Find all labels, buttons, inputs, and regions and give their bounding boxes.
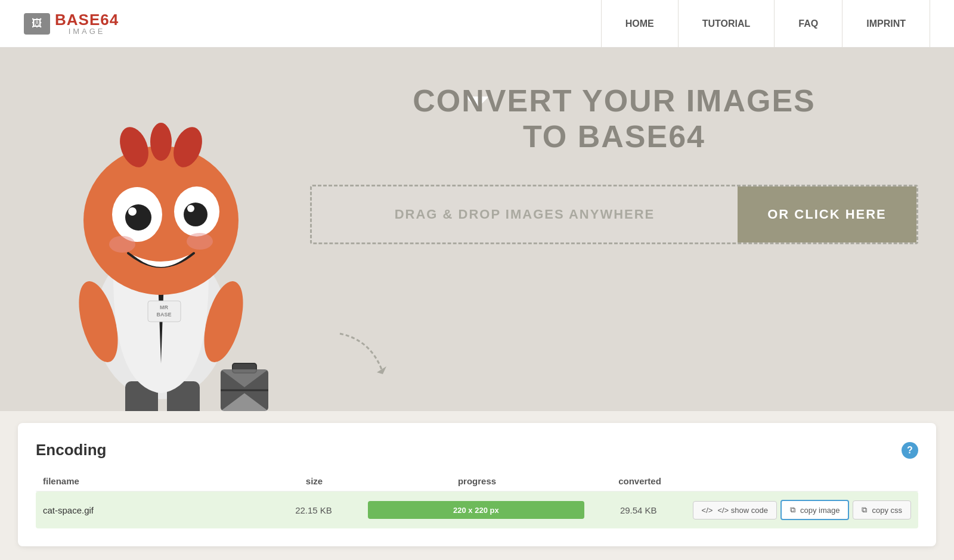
logo-64-text: 64 [100, 11, 119, 29]
table-header: filename size progress converted [36, 471, 918, 491]
svg-point-13 [128, 207, 137, 216]
nav-imprint[interactable]: IMPRINT [842, 0, 930, 48]
progress-bar: 220 x 220 px [368, 501, 584, 519]
show-code-button[interactable]: </> </> show code [693, 501, 777, 519]
svg-text:BASE: BASE [156, 312, 171, 318]
copy-css-button[interactable]: ⧉ copy css [853, 500, 911, 519]
main-nav: HOME TUTORIAL FAQ IMPRINT [601, 0, 930, 48]
mascot-svg: MR BASE [36, 89, 286, 411]
svg-point-12 [184, 203, 207, 226]
hero-title-line1: CONVERT YOUR IMAGES [310, 83, 918, 119]
nav-home[interactable]: HOME [601, 0, 678, 48]
show-code-label: </> show code [717, 506, 768, 515]
logo: 🖼 BASE64 IMAGE [24, 12, 119, 35]
upload-zone[interactable]: DRAG & DROP IMAGES ANYWHERE OR CLICK HER… [310, 185, 918, 244]
nav-tutorial[interactable]: TUTORIAL [678, 0, 775, 48]
copy-css-icon: ⧉ [862, 505, 867, 515]
col-actions [694, 476, 911, 486]
logo-base64-text: BASE64 [55, 12, 119, 27]
encoding-title: Encoding [36, 441, 106, 459]
col-filename: filename [43, 476, 260, 486]
encoding-header: Encoding ? [36, 441, 918, 459]
encoding-section: Encoding ? filename size progress conver… [18, 423, 936, 546]
col-progress: progress [368, 476, 586, 486]
click-here-button[interactable]: OR CLICK HERE [738, 186, 916, 242]
col-size: size [260, 476, 368, 486]
svg-point-19 [187, 233, 213, 250]
encoding-table: filename size progress converted cat-spa… [36, 471, 918, 528]
hero-section: MR BASE CONVERT YOUR IMAGES TO BASE64 DR… [0, 48, 954, 411]
arrow-decoration [334, 328, 394, 375]
header: 🖼 BASE64 IMAGE HOME TUTORIAL FAQ IMPRINT [0, 0, 954, 48]
nav-faq[interactable]: FAQ [774, 0, 842, 48]
table-row: cat-space.gif 22.15 KB 220 x 220 px 29.5… [36, 491, 918, 528]
code-icon: </> [702, 506, 713, 515]
logo-subtitle: IMAGE [55, 27, 119, 35]
help-icon[interactable]: ? [902, 442, 918, 459]
hero-content: CONVERT YOUR IMAGES TO BASE64 DRAG & DRO… [310, 83, 918, 244]
hero-title: CONVERT YOUR IMAGES TO BASE64 [310, 83, 918, 155]
svg-point-18 [109, 236, 135, 253]
svg-point-16 [150, 123, 172, 161]
copy-css-label: copy css [872, 506, 902, 515]
logo-text: BASE64 IMAGE [55, 12, 119, 35]
copy-image-icon: ⧉ [790, 505, 795, 515]
file-converted: 29.54 KB [584, 505, 693, 515]
col-converted: converted [586, 476, 694, 486]
file-size: 22.15 KB [259, 505, 368, 515]
logo-icon: 🖼 [24, 13, 50, 35]
file-progress: 220 x 220 px [368, 501, 584, 519]
svg-text:MR: MR [160, 304, 168, 310]
svg-point-14 [187, 205, 194, 212]
mascot-container: MR BASE [36, 89, 286, 411]
logo-base-text: BASE [55, 11, 100, 29]
file-actions: </> </> show code ⧉ copy image ⧉ copy cs… [693, 500, 911, 520]
copy-image-label: copy image [800, 506, 840, 515]
copy-image-button[interactable]: ⧉ copy image [780, 500, 849, 520]
svg-point-11 [125, 204, 151, 231]
drag-drop-label: DRAG & DROP IMAGES ANYWHERE [312, 186, 738, 242]
hero-title-line2: TO BASE64 [310, 119, 918, 155]
file-name: cat-space.gif [43, 505, 259, 515]
